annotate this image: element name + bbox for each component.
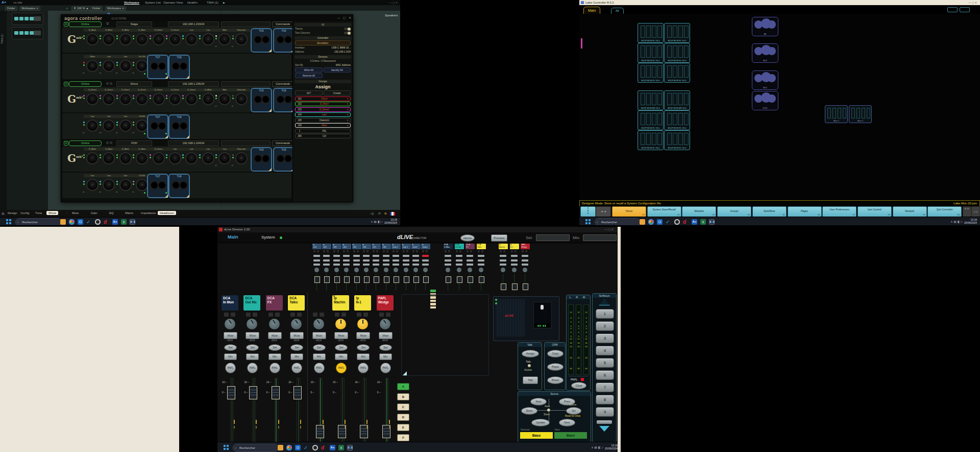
copy-button[interactable]: Copy [547,350,564,358]
device-commands-button[interactable]: Commands [272,140,293,146]
mini-mix-button[interactable] [445,264,451,266]
sel-button[interactable]: Sel [268,344,281,351]
lake-module-frame[interactable]: M15P MON BR V3.0 [664,90,690,110]
nav-button-quit-controller[interactable]: Quit ControllerF10 [927,206,962,217]
window-controls[interactable]: — ▢ ✕ [968,1,977,4]
remove-group-icon[interactable]: ✕ [345,103,350,105]
device-mini-square[interactable] [110,82,112,85]
mini-sel-button[interactable] [412,259,419,261]
nav-button-modules[interactable]: ModulesF3 [682,206,716,217]
trunk-port[interactable]: Tr15 [251,88,272,112]
lake-cluster-frame[interactable]: A8 [752,17,778,36]
mini-knob[interactable] [314,268,319,272]
lake-icon[interactable]: ▮▯▮ [130,219,135,225]
mini-knob[interactable] [334,268,339,272]
folder-icon[interactable] [640,219,645,225]
view-tab-eq[interactable]: EQ [109,211,114,215]
group-row-256[interactable]: 256Ctrl [295,134,351,138]
mini-mute-button[interactable] [445,255,451,257]
ring-icon[interactable] [312,445,318,450]
dlive-icon[interactable]: d [104,219,109,225]
mini-mute-button[interactable] [522,255,528,257]
mini-sel-button[interactable] [373,259,379,261]
page-prev-button[interactable]: ◄◄ [596,206,611,217]
trunk-port[interactable]: Tr17 [147,55,168,79]
mini-mix-button[interactable] [373,264,379,266]
excel-icon[interactable]: x [338,445,344,450]
lake-module-frame[interactable]: M12P MON FL V3.0 [664,43,690,63]
mini-sel-button[interactable] [478,259,484,261]
port-connector[interactable]: 3 [119,93,132,105]
mute-button[interactable]: Mute [334,332,348,339]
theme-toggle[interactable] [344,28,351,30]
mute-button[interactable]: Mute [379,332,393,339]
top-tab-system-list[interactable]: System List [145,1,161,4]
mix-button[interactable]: Mix [335,353,348,360]
lake-module-frame[interactable]: M12P MON FL V3.0 [664,110,690,130]
tray-icons[interactable]: ∧ ▤ ◧ ♪ [371,220,383,223]
mini-strip-wedge[interactable]: PAFLWedge [521,244,530,291]
mini-mix-button[interactable] [478,264,484,266]
softkeys-page-button[interactable] [597,420,612,424]
strip-knob[interactable] [313,319,324,329]
aplus-icon[interactable]: A+ [112,219,118,225]
port-connector[interactable]: 2 [103,93,115,105]
mini-mute-button[interactable] [467,255,473,257]
scene-go-button[interactable]: Go [566,407,581,415]
mini-fader-cap[interactable] [501,283,506,290]
mini-sel-button[interactable] [393,259,399,261]
surface-preview[interactable]: dLIVE▮▮:▮▮ [493,296,559,341]
mini-mix-button[interactable] [511,264,518,266]
port-connector[interactable]: 11 [86,60,99,72]
mini-strip-inmon[interactable]: DCAIn Mon [444,244,453,291]
softkeys-down-icon[interactable] [599,426,609,432]
undo-button[interactable]: Undo [971,206,980,217]
mute-button[interactable]: Mute [290,332,304,339]
port-connector[interactable]: 1 [86,33,99,45]
agora-titlebar[interactable]: agora controller v2.2.0-72(756) — ▢ ✕ [61,15,353,21]
check-icon[interactable]: ✓ [86,219,92,225]
port-connector[interactable]: 3 [119,152,132,164]
folder-button-right[interactable]: Folder [90,6,103,11]
scene-update-button[interactable]: Update [531,419,550,426]
device-commands-button[interactable]: Commands [272,81,293,87]
mini-mute-button[interactable] [500,255,506,257]
mini-sel-button[interactable] [456,259,462,261]
port-connector[interactable]: 1 [86,152,99,164]
scene-next-button[interactable]: Next [559,419,575,426]
mini-mix-button[interactable] [333,264,340,266]
mute-button[interactable]: Mute [224,332,237,339]
device-extra-field[interactable] [221,21,271,27]
mix-button[interactable]: Mix [379,353,392,360]
pafl-button[interactable]: PAFL [380,363,391,373]
mini-strip-outmo[interactable]: DCAOut Mo [455,244,464,291]
mini-mute-button[interactable] [393,255,399,257]
softkey-button-4[interactable]: 4 [596,346,614,355]
mini-strip-sub1[interactable]: Ip+Sub 1 [391,244,401,291]
mini-sel-button[interactable] [422,259,429,261]
next-scene-value[interactable]: Base [554,432,587,439]
port-connector[interactable]: 8 [202,33,214,45]
search-input[interactable]: Rechercher⌕ [233,444,279,452]
mini-fader-cap[interactable] [423,276,429,283]
port-connector[interactable]: 5 [153,93,165,105]
fader-cap[interactable] [227,386,235,399]
mini-strip-talks[interactable]: DCATalks [477,244,486,291]
sync-icon[interactable]: ⟳ [378,211,381,215]
window-controls[interactable]: — ▢ ✕ [389,1,398,4]
mini-fader-cap[interactable] [479,276,484,283]
mini-mix-button[interactable] [422,264,429,266]
port-connector[interactable]: 2 [103,33,115,45]
port-connector[interactable]: 12 [103,60,115,72]
amp-thumbnail[interactable] [12,27,43,39]
softkey-button-8[interactable]: 8 [596,395,614,405]
fader-cap[interactable] [249,386,257,399]
sel-button[interactable]: Sel [290,344,303,351]
pafl-button[interactable]: PAFL [358,363,369,373]
device-online-pill[interactable]: Online [69,140,102,146]
device-mini-square[interactable] [106,141,109,144]
nav-button-network[interactable]: NetworkF9 [893,206,927,217]
mini-sel-button[interactable] [511,259,518,261]
mini-sel-button[interactable] [313,259,320,261]
refresh-all-button[interactable]: Refresh All [295,73,323,78]
